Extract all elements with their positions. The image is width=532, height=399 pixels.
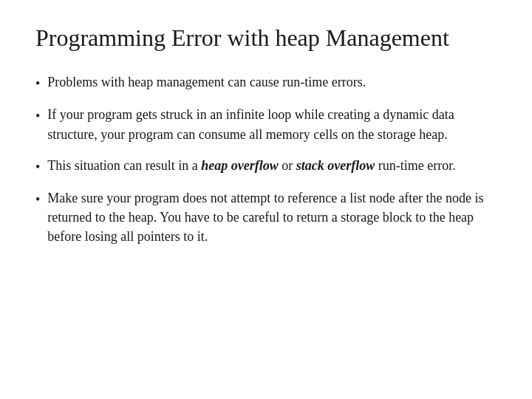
bullet-item-1: • Problems with heap management can caus…	[35, 72, 497, 93]
bullet-text-2: If your program gets struck in an infini…	[47, 105, 497, 143]
slide-title: Programming Error with heap Management	[35, 24, 497, 52]
bullet-list: • Problems with heap management can caus…	[35, 72, 497, 246]
bullet-dot-3: •	[35, 157, 40, 177]
bullet-item-2: • If your program gets struck in an infi…	[35, 105, 497, 143]
bullet-text-3: This situation can result in a heap over…	[47, 156, 497, 175]
bullet-item-4: • Make sure your program does not attemp…	[35, 188, 497, 246]
bullet-text-1: Problems with heap management can cause …	[47, 72, 497, 92]
bullet-dot-2: •	[35, 106, 40, 126]
slide: Programming Error with heap Management •…	[0, 0, 532, 399]
bullet-dot-1: •	[35, 74, 40, 93]
bullet-text-4: Make sure your program does not attempt …	[47, 188, 497, 246]
heap-overflow-text: heap overflow	[201, 158, 278, 173]
bullet-dot-4: •	[35, 190, 40, 209]
stack-overflow-text: stack overflow	[296, 158, 375, 173]
bullet-item-3: • This situation can result in a heap ov…	[35, 156, 497, 177]
